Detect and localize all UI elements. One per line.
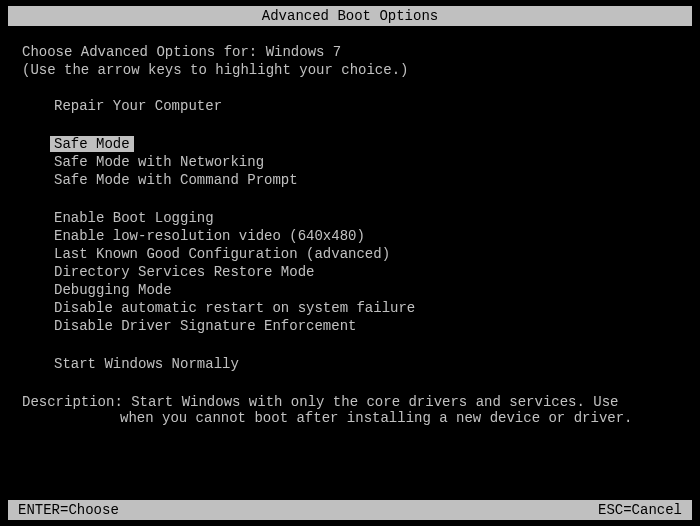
- choose-line: Choose Advanced Options for: Windows 7: [22, 44, 678, 60]
- description-label: Description:: [22, 394, 131, 410]
- choose-prefix: Choose Advanced Options for:: [22, 44, 266, 60]
- option-safe-mode-cmd[interactable]: Safe Mode with Command Prompt: [50, 172, 302, 188]
- option-disable-driver-sig[interactable]: Disable Driver Signature Enforcement: [50, 318, 360, 334]
- description-block: Description: Start Windows with only the…: [22, 394, 678, 426]
- option-safe-mode-networking[interactable]: Safe Mode with Networking: [50, 154, 268, 170]
- os-name: Windows 7: [266, 44, 342, 60]
- content-area: Choose Advanced Options for: Windows 7 (…: [0, 26, 700, 426]
- option-directory-services-restore[interactable]: Directory Services Restore Mode: [50, 264, 318, 280]
- description-text1: Start Windows with only the core drivers…: [131, 394, 618, 410]
- footer-bar: ENTER=Choose ESC=Cancel: [8, 500, 692, 520]
- option-debugging-mode[interactable]: Debugging Mode: [50, 282, 176, 298]
- title-text: Advanced Boot Options: [262, 8, 438, 24]
- description-line2: when you cannot boot after installing a …: [22, 410, 678, 426]
- option-start-normally[interactable]: Start Windows Normally: [50, 356, 243, 372]
- option-low-res-video[interactable]: Enable low-resolution video (640x480): [50, 228, 369, 244]
- option-enable-boot-logging[interactable]: Enable Boot Logging: [50, 210, 218, 226]
- footer-enter[interactable]: ENTER=Choose: [18, 502, 119, 518]
- option-spacer: [50, 116, 678, 136]
- option-list: Repair Your ComputerSafe ModeSafe Mode w…: [22, 98, 678, 374]
- option-spacer: [50, 190, 678, 210]
- option-safe-mode[interactable]: Safe Mode: [50, 136, 134, 152]
- option-spacer: [50, 336, 678, 356]
- hint-line: (Use the arrow keys to highlight your ch…: [22, 62, 678, 78]
- description-line1: Description: Start Windows with only the…: [22, 394, 678, 410]
- option-disable-auto-restart[interactable]: Disable automatic restart on system fail…: [50, 300, 419, 316]
- footer-esc[interactable]: ESC=Cancel: [598, 502, 682, 518]
- option-repair-computer[interactable]: Repair Your Computer: [50, 98, 226, 114]
- option-last-known-good[interactable]: Last Known Good Configuration (advanced): [50, 246, 394, 262]
- title-bar: Advanced Boot Options: [8, 6, 692, 26]
